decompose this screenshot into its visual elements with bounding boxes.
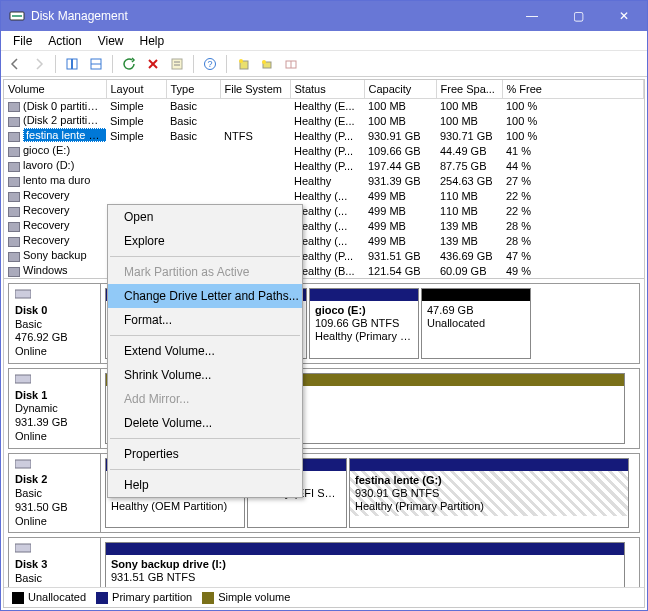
volume-row[interactable]: (Disk 0 partition 2)SimpleBasicHealthy (…: [4, 98, 644, 113]
tool-wizard-2[interactable]: [257, 54, 277, 74]
volume-row[interactable]: RecoveryHealthy (...499 MB139 MB28 %: [4, 218, 644, 233]
legend-item: Simple volume: [202, 591, 290, 604]
volume-row[interactable]: WindowsHealthy (B...121.54 GB60.09 GB49 …: [4, 263, 644, 278]
close-button[interactable]: ✕: [601, 1, 647, 31]
volume-icon: [8, 177, 20, 187]
menu-view[interactable]: View: [90, 32, 132, 50]
svg-rect-22: [15, 544, 31, 552]
volume-icon: [8, 222, 20, 232]
legend-item: Primary partition: [96, 591, 192, 604]
disk-icon: [15, 458, 31, 470]
column-header[interactable]: Volume: [4, 80, 106, 98]
volume-row[interactable]: (Disk 2 partition 2)SimpleBasicHealthy (…: [4, 113, 644, 128]
context-menu-item[interactable]: Extend Volume...: [108, 339, 302, 363]
disk-icon: [15, 373, 31, 385]
context-menu-item: Mark Partition as Active: [108, 260, 302, 284]
column-header[interactable]: Layout: [106, 80, 166, 98]
partition[interactable]: festina lente (G:)930.91 GB NTFSHealthy …: [349, 458, 629, 529]
disk-size: 931.39 GB: [15, 416, 68, 428]
volume-row[interactable]: gioco (E:)Healthy (P...109.66 GB44.49 GB…: [4, 143, 644, 158]
volume-row[interactable]: lento ma duroHealthy931.39 GB254.63 GB27…: [4, 173, 644, 188]
volume-icon: [8, 132, 20, 142]
column-header[interactable]: File System: [220, 80, 290, 98]
svg-text:?: ?: [207, 59, 212, 69]
disk-name: Disk 3: [15, 558, 47, 570]
volume-icon: [8, 207, 20, 217]
svg-rect-3: [71, 59, 73, 69]
disk-state: Online: [15, 515, 47, 527]
column-header[interactable]: Type: [166, 80, 220, 98]
volume-icon: [8, 192, 20, 202]
app-icon: [9, 8, 25, 24]
window-title: Disk Management: [31, 9, 509, 23]
disk-row: Disk 2Basic931.50 GBOnlineRecovery499 MB…: [8, 453, 640, 534]
tool-unknown-2[interactable]: [86, 54, 106, 74]
column-header[interactable]: % Free: [502, 80, 644, 98]
context-menu-item[interactable]: Open: [108, 205, 302, 229]
column-header[interactable]: Capacity: [364, 80, 436, 98]
tool-wizard-1[interactable]: [233, 54, 253, 74]
column-header[interactable]: Status: [290, 80, 364, 98]
volume-list[interactable]: VolumeLayoutTypeFile SystemStatusCapacit…: [4, 80, 644, 279]
legend: UnallocatedPrimary partitionSimple volum…: [4, 587, 644, 607]
volume-icon: [8, 117, 20, 127]
context-menu-item[interactable]: Change Drive Letter and Paths...: [108, 284, 302, 308]
partition[interactable]: gioco (E:)109.66 GB NTFSHealthy (Primary…: [309, 288, 419, 359]
disk-row: Disk 0Basic476.92 GBOnlinee Flavoro (D:)…: [8, 283, 640, 364]
context-menu-item: Add Mirror...: [108, 387, 302, 411]
refresh-button[interactable]: [119, 54, 139, 74]
disk-size: 476.92 GB: [15, 331, 68, 343]
volume-icon: [8, 237, 20, 247]
context-menu-item[interactable]: Shrink Volume...: [108, 363, 302, 387]
forward-button[interactable]: [29, 54, 49, 74]
help-button[interactable]: ?: [200, 54, 220, 74]
disk-state: Online: [15, 345, 47, 357]
disk-name: Disk 2: [15, 473, 47, 485]
delete-button[interactable]: [143, 54, 163, 74]
svg-point-16: [262, 60, 266, 64]
context-menu-item[interactable]: Explore: [108, 229, 302, 253]
context-menu: OpenExploreMark Partition as ActiveChang…: [107, 204, 303, 498]
disk-name: Disk 1: [15, 389, 47, 401]
column-header[interactable]: Free Spa...: [436, 80, 502, 98]
back-button[interactable]: [5, 54, 25, 74]
menu-file[interactable]: File: [5, 32, 40, 50]
disk-name: Disk 0: [15, 304, 47, 316]
disk-icon: [15, 542, 31, 554]
volume-row[interactable]: Sony backupHealthy (P...931.51 GB436.69 …: [4, 248, 644, 263]
partition[interactable]: Sony backup drive (I:)931.51 GB NTFSHeal…: [105, 542, 625, 587]
menu-action[interactable]: Action: [40, 32, 89, 50]
minimize-button[interactable]: —: [509, 1, 555, 31]
svg-rect-8: [172, 59, 182, 69]
menu-help[interactable]: Help: [132, 32, 173, 50]
partition[interactable]: 47.69 GBUnallocated: [421, 288, 531, 359]
volume-icon: [8, 162, 20, 172]
disk-kind: Basic: [15, 487, 42, 499]
disk-size: 931.50 GB: [15, 501, 68, 513]
titlebar: Disk Management — ▢ ✕: [1, 1, 647, 31]
tool-wizard-3[interactable]: [281, 54, 301, 74]
volume-row[interactable]: RecoveryHealthy (...499 MB110 MB22 %: [4, 203, 644, 218]
properties-button[interactable]: [167, 54, 187, 74]
svg-rect-19: [15, 290, 31, 298]
maximize-button[interactable]: ▢: [555, 1, 601, 31]
svg-rect-21: [15, 460, 31, 468]
svg-point-14: [239, 59, 243, 63]
volume-row[interactable]: RecoveryHealthy (...499 MB139 MB28 %: [4, 233, 644, 248]
volume-row[interactable]: lavoro (D:)Healthy (P...197.44 GB87.75 G…: [4, 158, 644, 173]
svg-rect-1: [12, 15, 22, 17]
disk-kind: Basic: [15, 318, 42, 330]
volume-icon: [8, 102, 20, 112]
disk-row: Disk 3Basic931.51 GBOnlineSony backup dr…: [8, 537, 640, 587]
context-menu-item[interactable]: Properties: [108, 442, 302, 466]
disk-icon: [15, 288, 31, 300]
volume-row[interactable]: festina lente (G:)SimpleBasicNTFSHealthy…: [4, 128, 644, 143]
graphical-view[interactable]: Disk 0Basic476.92 GBOnlinee Flavoro (D:)…: [4, 279, 644, 587]
svg-rect-20: [15, 375, 31, 383]
context-menu-item[interactable]: Delete Volume...: [108, 411, 302, 435]
context-menu-item[interactable]: Format...: [108, 308, 302, 332]
context-menu-item[interactable]: Help: [108, 473, 302, 497]
tool-unknown-1[interactable]: [62, 54, 82, 74]
disk-row: Disk 1Dynamic931.39 GBOnlinelento ma dur…: [8, 368, 640, 449]
volume-row[interactable]: RecoveryHealthy (...499 MB110 MB22 %: [4, 188, 644, 203]
